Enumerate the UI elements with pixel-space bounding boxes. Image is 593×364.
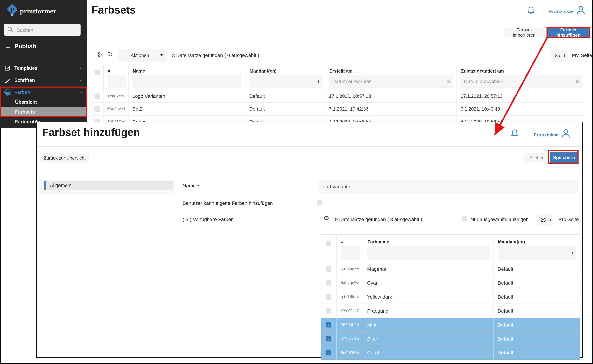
- row-checkbox[interactable]: [326, 350, 331, 356]
- avatar-icon[interactable]: [576, 5, 586, 15]
- row-mandant: Default: [245, 90, 325, 102]
- row-mandant: Default: [494, 318, 580, 332]
- dialog-results-count: 9 Datensätze gefunden ( 3 ausgewählt ): [335, 217, 422, 222]
- select-all-checkbox[interactable]: [326, 241, 331, 246]
- only-selected-checkbox[interactable]: [462, 216, 468, 221]
- notifications-bell-icon[interactable]: [510, 129, 519, 139]
- row-name: Mint: [363, 318, 494, 332]
- table-row[interactable]: qJnTdkbz Yellow dark Default: [321, 290, 580, 304]
- tab-allgemein[interactable]: Allgemein: [44, 181, 173, 190]
- row-modified: 17.1.2021, 20:57:13: [456, 90, 585, 102]
- farbsets-table: # Name Mandant(en) - ▲▼ Erstellt am ↓: [91, 65, 585, 122]
- created-date-filter[interactable]: Datum auswählen ×: [329, 75, 453, 88]
- save-button[interactable]: Speichern: [550, 152, 578, 163]
- row-id: W3cPpy3f: [103, 103, 128, 115]
- row-checkbox[interactable]: [326, 266, 331, 272]
- row-name: Set2: [128, 103, 245, 115]
- back-to-overview-button[interactable]: Zurück zur Übersicht: [40, 153, 89, 163]
- colors-icon: [3, 88, 11, 96]
- row-checkbox[interactable]: [94, 106, 100, 112]
- sidebar-item-farben[interactable]: Farben ‹: [0, 87, 87, 98]
- row-mandant: Default: [494, 276, 580, 290]
- modified-date-filter[interactable]: Datum auswählen ×: [460, 75, 582, 88]
- table-row[interactable]: oI7gCafp Blue Default: [321, 332, 580, 346]
- import-farbset-button[interactable]: Farbset importieren: [503, 28, 545, 37]
- table-row[interactable]: MACxQnWv Cyan Default: [321, 276, 580, 290]
- sidebar-item-templates[interactable]: Templates ‹: [0, 63, 87, 74]
- search-icon: [7, 26, 13, 32]
- table-row[interactable]: W3cPpy3f Set2 Default 7.1.2021, 10:42:36…: [91, 103, 585, 116]
- sidebar: P printformer ← Publish Templates ‹: [0, 0, 87, 128]
- clear-icon[interactable]: ×: [576, 78, 579, 85]
- sidebar-item-farbsets-active[interactable]: Farbsets: [0, 107, 87, 117]
- aktionen-select[interactable]: Aktionen: [118, 49, 167, 62]
- row-created: 4.12.2020, 10:56:54: [325, 116, 456, 122]
- search-input[interactable]: [16, 24, 78, 36]
- row-id: PBZO9UOh: [336, 318, 363, 332]
- table-row[interactable]: IfuO2e7G Logo Varianten Default 17.1.202…: [91, 90, 585, 103]
- farben-table: # Farbname Mandant(en) - ▲▼ GJJouqrc: [321, 234, 580, 360]
- table-row[interactable]: 5OKPIIzK Codes Default 4.12.2020, 10:56:…: [91, 116, 585, 122]
- refresh-icon[interactable]: ↻: [108, 52, 113, 58]
- font-pen-icon: [5, 77, 11, 84]
- actions-divider: [87, 43, 592, 43]
- spinner-icon: ▲▼: [572, 251, 573, 254]
- row-mandant: Default: [245, 103, 325, 115]
- page-title: Farbsets: [92, 4, 136, 16]
- user-colors-checkbox[interactable]: [317, 200, 322, 205]
- mandant-filter-select[interactable]: - ▲▼: [249, 75, 322, 88]
- user-name[interactable]: Franziska: [534, 132, 556, 138]
- per-page-select[interactable]: 25 ▲▼: [551, 49, 568, 62]
- user-menu-caret-icon[interactable]: [554, 134, 558, 136]
- add-farbset-button[interactable]: Farbset hinzufügen: [548, 28, 589, 37]
- row-id: 6n6UCMMp: [336, 346, 363, 360]
- user-name[interactable]: Franziska: [549, 9, 572, 14]
- farbname-filter-input[interactable]: [367, 246, 490, 260]
- avatar-icon[interactable]: [560, 128, 571, 139]
- user-menu-caret-icon[interactable]: [570, 11, 573, 13]
- row-id: Y3YXIitZ: [336, 304, 363, 318]
- sort-desc-icon[interactable]: ↓: [354, 68, 356, 73]
- gear-icon[interactable]: ⚙: [324, 215, 329, 221]
- select-all-checkbox[interactable]: [94, 70, 100, 75]
- id-filter-input[interactable]: [108, 75, 126, 88]
- row-checkbox[interactable]: [326, 308, 331, 314]
- main-content: Farbsets Franziska Farbset importieren F…: [87, 0, 592, 122]
- printformer-logo-icon: P: [5, 3, 20, 19]
- sidebar-item-farbprofile[interactable]: Farbprofile: [15, 119, 40, 124]
- spinner-icon: ▲▼: [317, 80, 319, 83]
- row-modified: 4.12.2020, 10:56:54: [456, 116, 585, 122]
- clear-icon[interactable]: ×: [447, 78, 450, 85]
- chevron-down-icon: ‹: [78, 91, 84, 93]
- row-name: Cyan: [363, 276, 494, 290]
- mandant-filter-select[interactable]: - ▲▼: [498, 246, 576, 260]
- row-checkbox[interactable]: [94, 119, 100, 122]
- row-id: oI7gCafp: [336, 332, 363, 346]
- row-id: GJJouqrc: [336, 262, 363, 276]
- row-name: Coral: [363, 346, 494, 360]
- table-row[interactable]: GJJouqrc Magenta Default: [321, 262, 580, 276]
- user-colors-label: Benutzer kann eigene Farben hinzufügen: [183, 200, 273, 206]
- table-row[interactable]: 6n6UCMMp Coral Default: [321, 346, 580, 360]
- per-page-label: Pro Seite: [572, 52, 592, 58]
- row-checkbox[interactable]: [326, 294, 331, 300]
- sidebar-item-schriften[interactable]: Schriften ‹: [0, 75, 87, 86]
- row-checkbox[interactable]: [326, 280, 331, 286]
- dialog-per-page-select[interactable]: 25 ▲▼: [537, 214, 553, 226]
- sidebar-search: [4, 24, 80, 36]
- name-filter-input[interactable]: [132, 75, 241, 88]
- notifications-bell-icon[interactable]: [527, 6, 536, 16]
- gear-icon[interactable]: ⚙: [97, 52, 103, 58]
- table-row[interactable]: Y3YXIitZ Praegung Default: [321, 304, 580, 318]
- delete-button[interactable]: Löschen: [523, 153, 549, 163]
- back-to-publish[interactable]: ← Publish: [5, 43, 36, 50]
- table-row[interactable]: PBZO9UOh Mint Default: [321, 318, 580, 332]
- row-mandant: Default: [494, 304, 580, 318]
- row-checkbox[interactable]: [94, 93, 100, 99]
- row-checkbox[interactable]: [326, 336, 331, 341]
- header-divider: [87, 22, 592, 22]
- sidebar-item-uebersicht[interactable]: Übersicht: [15, 99, 37, 105]
- row-checkbox[interactable]: [326, 322, 331, 327]
- id-filter-input[interactable]: [341, 246, 360, 260]
- farbset-name-input[interactable]: [318, 180, 579, 193]
